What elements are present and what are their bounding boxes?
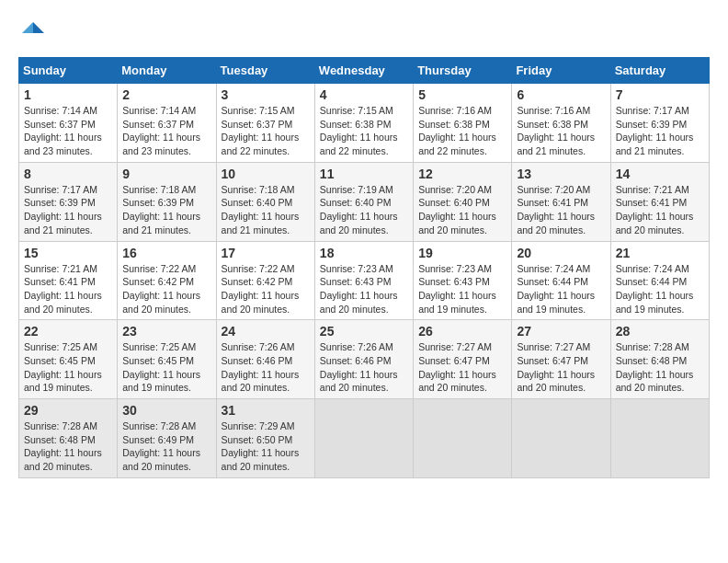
day-info: Sunrise: 7:27 AM Sunset: 6:47 PM Dayligh… [517, 340, 605, 395]
calendar-cell: 1 Sunrise: 7:14 AM Sunset: 6:37 PM Dayli… [19, 84, 118, 163]
calendar-cell: 21 Sunrise: 7:24 AM Sunset: 6:44 PM Dayl… [610, 241, 709, 320]
day-number: 30 [122, 403, 210, 418]
calendar-table: SundayMondayTuesdayWednesdayThursdayFrid… [18, 57, 710, 478]
calendar-cell: 3 Sunrise: 7:15 AM Sunset: 6:37 PM Dayli… [216, 84, 314, 163]
sunset-text: Sunset: 6:43 PM [418, 276, 490, 287]
daylight-text: Daylight: 11 hours and 20 minutes. [616, 369, 694, 394]
day-number: 20 [517, 246, 605, 260]
sunset-text: Sunset: 6:40 PM [320, 197, 392, 208]
calendar-cell [314, 399, 413, 478]
daylight-text: Daylight: 11 hours and 20 minutes. [616, 211, 694, 236]
day-number: 2 [122, 87, 210, 102]
sunrise-text: Sunrise: 7:26 AM [320, 341, 393, 352]
calendar-body: 1 Sunrise: 7:14 AM Sunset: 6:37 PM Dayli… [19, 84, 710, 478]
sunrise-text: Sunrise: 7:17 AM [616, 105, 689, 116]
sunrise-text: Sunrise: 7:14 AM [122, 105, 196, 116]
day-number: 15 [24, 246, 112, 260]
sunrise-text: Sunrise: 7:18 AM [222, 184, 295, 195]
calendar-cell [610, 399, 709, 478]
daylight-text: Daylight: 11 hours and 21 minutes. [616, 132, 694, 156]
sunrise-text: Sunrise: 7:20 AM [517, 184, 590, 195]
day-number: 10 [222, 167, 310, 181]
daylight-text: Daylight: 11 hours and 20 minutes. [320, 369, 398, 394]
day-info: Sunrise: 7:17 AM Sunset: 6:39 PM Dayligh… [616, 104, 704, 158]
sunset-text: Sunset: 6:37 PM [122, 119, 194, 130]
daylight-text: Daylight: 11 hours and 20 minutes. [517, 369, 595, 394]
calendar-cell: 13 Sunrise: 7:20 AM Sunset: 6:41 PM Dayl… [512, 162, 610, 241]
calendar-cell: 2 Sunrise: 7:14 AM Sunset: 6:37 PM Dayli… [118, 84, 216, 163]
week-row-3: 15 Sunrise: 7:21 AM Sunset: 6:41 PM Dayl… [19, 241, 710, 320]
daylight-text: Daylight: 11 hours and 21 minutes. [222, 211, 300, 236]
day-number: 6 [517, 87, 605, 102]
sunrise-text: Sunrise: 7:22 AM [122, 263, 196, 274]
day-number: 17 [222, 246, 310, 260]
day-info: Sunrise: 7:29 AM Sunset: 6:50 PM Dayligh… [222, 419, 310, 474]
day-info: Sunrise: 7:25 AM Sunset: 6:45 PM Dayligh… [24, 340, 112, 395]
daylight-text: Daylight: 11 hours and 21 minutes. [517, 132, 595, 156]
day-info: Sunrise: 7:23 AM Sunset: 6:43 PM Dayligh… [320, 262, 408, 316]
day-number: 26 [418, 324, 506, 339]
logo-icon [18, 18, 48, 48]
day-info: Sunrise: 7:28 AM Sunset: 6:49 PM Dayligh… [122, 419, 210, 474]
sunrise-text: Sunrise: 7:19 AM [320, 184, 393, 195]
logo [18, 18, 51, 48]
sunset-text: Sunset: 6:43 PM [320, 276, 392, 287]
day-number: 11 [320, 167, 408, 181]
calendar-cell: 4 Sunrise: 7:15 AM Sunset: 6:38 PM Dayli… [314, 84, 413, 163]
sunset-text: Sunset: 6:41 PM [24, 276, 96, 287]
day-info: Sunrise: 7:22 AM Sunset: 6:42 PM Dayligh… [222, 262, 310, 316]
sunrise-text: Sunrise: 7:16 AM [418, 105, 492, 116]
daylight-text: Daylight: 11 hours and 20 minutes. [122, 447, 200, 472]
day-info: Sunrise: 7:24 AM Sunset: 6:44 PM Dayligh… [517, 262, 605, 316]
daylight-text: Daylight: 11 hours and 22 minutes. [320, 132, 398, 156]
day-info: Sunrise: 7:28 AM Sunset: 6:48 PM Dayligh… [24, 419, 112, 474]
weekday-header-row: SundayMondayTuesdayWednesdayThursdayFrid… [19, 58, 710, 84]
calendar-cell: 30 Sunrise: 7:28 AM Sunset: 6:49 PM Dayl… [118, 399, 216, 478]
week-row-4: 22 Sunrise: 7:25 AM Sunset: 6:45 PM Dayl… [19, 320, 710, 399]
sunset-text: Sunset: 6:44 PM [517, 276, 588, 287]
calendar-cell: 8 Sunrise: 7:17 AM Sunset: 6:39 PM Dayli… [19, 162, 118, 241]
calendar-cell: 6 Sunrise: 7:16 AM Sunset: 6:38 PM Dayli… [512, 84, 610, 163]
sunrise-text: Sunrise: 7:28 AM [122, 420, 196, 431]
calendar-cell: 7 Sunrise: 7:17 AM Sunset: 6:39 PM Dayli… [610, 84, 709, 163]
day-number: 18 [320, 246, 408, 260]
calendar-cell: 15 Sunrise: 7:21 AM Sunset: 6:41 PM Dayl… [19, 241, 118, 320]
day-number: 22 [24, 324, 112, 339]
sunset-text: Sunset: 6:37 PM [222, 119, 293, 130]
day-number: 21 [616, 246, 704, 260]
sunrise-text: Sunrise: 7:16 AM [517, 105, 590, 116]
sunrise-text: Sunrise: 7:23 AM [320, 263, 393, 274]
daylight-text: Daylight: 11 hours and 20 minutes. [320, 290, 398, 315]
day-number: 1 [24, 87, 112, 102]
daylight-text: Daylight: 11 hours and 23 minutes. [24, 132, 102, 156]
day-info: Sunrise: 7:21 AM Sunset: 6:41 PM Dayligh… [616, 183, 704, 237]
sunset-text: Sunset: 6:42 PM [222, 276, 293, 287]
weekday-wednesday: Wednesday [314, 58, 413, 84]
sunrise-text: Sunrise: 7:26 AM [222, 341, 295, 352]
week-row-2: 8 Sunrise: 7:17 AM Sunset: 6:39 PM Dayli… [19, 162, 710, 241]
day-number: 28 [616, 324, 704, 339]
week-row-1: 1 Sunrise: 7:14 AM Sunset: 6:37 PM Dayli… [19, 84, 710, 163]
day-info: Sunrise: 7:14 AM Sunset: 6:37 PM Dayligh… [24, 104, 112, 158]
daylight-text: Daylight: 11 hours and 20 minutes. [418, 211, 496, 236]
sunset-text: Sunset: 6:42 PM [122, 276, 194, 287]
daylight-text: Daylight: 11 hours and 20 minutes. [418, 369, 496, 394]
daylight-text: Daylight: 11 hours and 20 minutes. [320, 211, 398, 236]
weekday-friday: Friday [512, 58, 610, 84]
daylight-text: Daylight: 11 hours and 23 minutes. [122, 132, 200, 156]
sunrise-text: Sunrise: 7:17 AM [24, 184, 97, 195]
sunrise-text: Sunrise: 7:29 AM [222, 420, 295, 431]
day-info: Sunrise: 7:22 AM Sunset: 6:42 PM Dayligh… [122, 262, 210, 316]
sunrise-text: Sunrise: 7:21 AM [616, 184, 689, 195]
daylight-text: Daylight: 11 hours and 20 minutes. [222, 290, 300, 315]
calendar-cell [512, 399, 610, 478]
daylight-text: Daylight: 11 hours and 22 minutes. [418, 132, 496, 156]
daylight-text: Daylight: 11 hours and 21 minutes. [24, 211, 102, 236]
daylight-text: Daylight: 11 hours and 19 minutes. [122, 369, 200, 394]
calendar-cell: 10 Sunrise: 7:18 AM Sunset: 6:40 PM Dayl… [216, 162, 314, 241]
weekday-saturday: Saturday [610, 58, 709, 84]
day-number: 16 [122, 246, 210, 260]
day-info: Sunrise: 7:20 AM Sunset: 6:41 PM Dayligh… [517, 183, 605, 237]
daylight-text: Daylight: 11 hours and 19 minutes. [418, 290, 496, 315]
sunrise-text: Sunrise: 7:21 AM [24, 263, 97, 274]
